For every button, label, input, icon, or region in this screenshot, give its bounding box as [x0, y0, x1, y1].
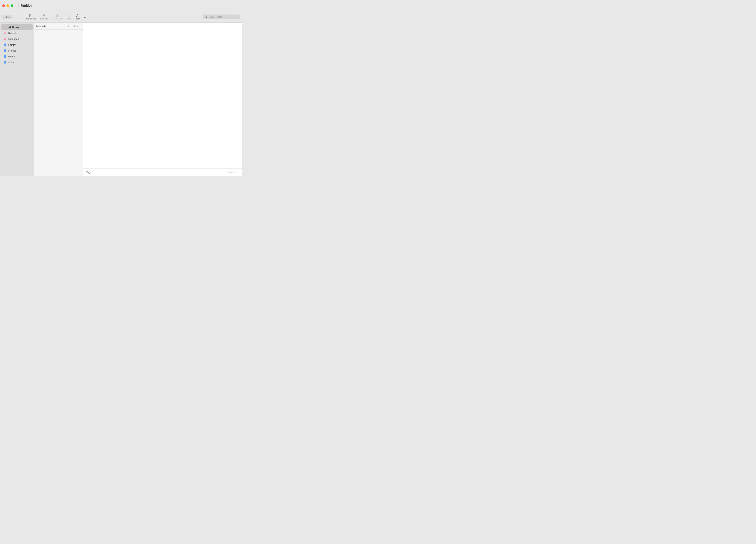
all-notes-circle-icon [4, 26, 6, 29]
back-button[interactable]: ‹ [14, 14, 18, 20]
chevron-right-icon: › [20, 15, 21, 19]
sidebar-item-work-label: Work [8, 61, 14, 64]
sidebar-item-all-notes[interactable]: All Notes [1, 24, 33, 30]
fonts-icon: A [76, 14, 78, 17]
fonts-label: Fonts [75, 18, 80, 20]
friends-icon [3, 49, 7, 52]
sidebar-item-untagged-label: Untagged [8, 38, 19, 40]
sidebar-item-home-label: Home [8, 55, 15, 58]
tags-icon: ◇ [67, 14, 70, 17]
tags-prefix-label: Tags: [86, 171, 92, 174]
window-controls [2, 4, 13, 7]
notes-list-header: Notes (0) ∧ Creat [34, 23, 83, 30]
search-placeholder: Easy Search [209, 15, 223, 18]
sidebar-item-family-label: Family [8, 43, 15, 46]
sidebar-item-untagged[interactable]: ✿ Untagged [1, 36, 33, 42]
window-title: Untitled [21, 4, 32, 7]
nav-arrows: ‹ › [14, 14, 22, 20]
editor-content[interactable] [83, 23, 242, 169]
recent-notes-button[interactable]: ⎘ Recent Notes [23, 13, 38, 21]
fonts-button[interactable]: A Fonts [73, 13, 82, 21]
more-button[interactable]: » [82, 15, 88, 19]
editor-footer: Tags: Panfile.Store [83, 169, 242, 176]
notes-list-sort-col: Creat [71, 24, 81, 28]
sort-icon[interactable]: ∧ [68, 24, 70, 28]
search-bar[interactable]: 🔍 Easy Search [203, 15, 240, 19]
new-note-icon: ✎ [43, 14, 46, 17]
minimize-button[interactable] [6, 4, 9, 7]
forward-button[interactable]: › [18, 14, 22, 20]
search-icon: 🔍 [204, 15, 208, 18]
new-note-button[interactable]: ✎ New Note [38, 13, 50, 21]
home-icon [3, 55, 7, 58]
untagged-icon: ✿ [3, 37, 7, 41]
notes-list-panel: Notes (0) ∧ Creat [34, 23, 83, 176]
sidebar-item-recents[interactable]: ✿ Recents [1, 30, 33, 36]
notes-list-body [34, 30, 83, 176]
recents-icon: ✿ [3, 31, 7, 35]
sidebar-item-friends-label: Friends [8, 49, 16, 52]
more-icon: » [84, 15, 86, 19]
zoom-chevron-icon: ▾ [10, 16, 11, 18]
sidebar-item-work[interactable]: Work [1, 60, 33, 65]
editor-area: Tags: Panfile.Store [83, 23, 242, 176]
delete-note-label: Delete Note [53, 18, 63, 20]
delete-note-icon: 🗑 [56, 14, 59, 17]
zoom-label: 100% [3, 15, 10, 18]
watermark-label: Panfile.Store [227, 171, 239, 174]
chevron-left-icon: ‹ [15, 15, 16, 19]
toolbar: 100% ▾ ‹ › ⎘ Recent Notes ✎ New Note 🗑 D… [0, 11, 242, 23]
sidebar: All Notes ✿ Recents ✿ Untagged Family [0, 23, 34, 176]
notes-list-title: Notes (0) [36, 25, 67, 28]
tags-label: Tags [67, 18, 71, 20]
sidebar-item-family[interactable]: Family [1, 42, 33, 48]
sidebar-item-all-notes-label: All Notes [8, 26, 19, 29]
tags-button[interactable]: ◇ Tags [65, 13, 73, 21]
main-layout: All Notes ✿ Recents ✿ Untagged Family [0, 23, 242, 176]
zoom-control[interactable]: 100% ▾ [2, 15, 13, 19]
circle-blue-work-icon [4, 61, 6, 64]
snowflake-untagged-icon: ✿ [4, 37, 6, 40]
close-button[interactable] [2, 4, 5, 7]
circle-blue-friends-icon [4, 49, 6, 52]
title-bar: Untitled [0, 0, 242, 11]
recent-notes-icon: ⎘ [29, 14, 31, 17]
recent-notes-label: Recent Notes [25, 18, 36, 20]
all-notes-icon [3, 26, 7, 29]
snowflake-recents-icon: ✿ [4, 32, 6, 35]
delete-note-button[interactable]: 🗑 Delete Note [51, 13, 65, 21]
sidebar-item-recents-label: Recents [8, 32, 17, 35]
circle-blue-home-icon [4, 55, 6, 58]
new-note-label: New Note [40, 18, 49, 20]
sidebar-item-home[interactable]: Home [1, 54, 33, 59]
work-icon [3, 61, 7, 64]
maximize-button[interactable] [11, 4, 13, 7]
family-icon [3, 43, 7, 46]
circle-blue-family-icon [4, 43, 6, 46]
sidebar-item-friends[interactable]: Friends [1, 48, 33, 53]
